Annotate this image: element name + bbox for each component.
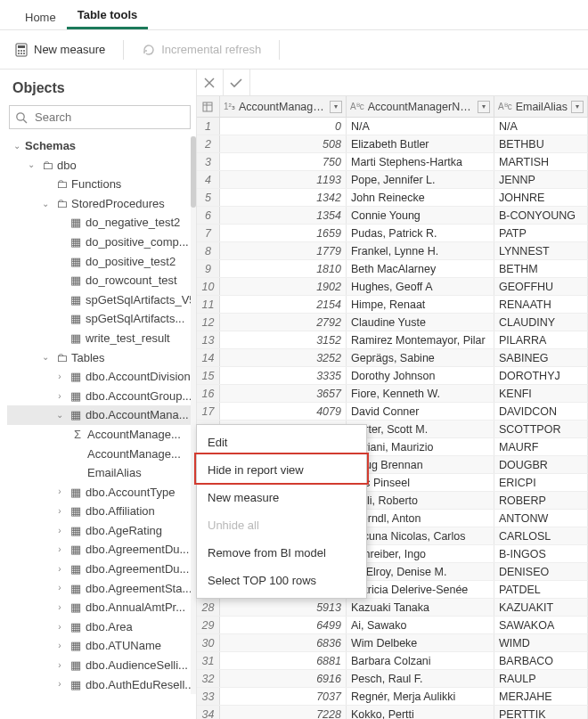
cell-name[interactable]: Frankel, Lynne H. bbox=[347, 242, 494, 259]
cell-id[interactable]: 1659 bbox=[220, 225, 347, 241]
tree-storedprocedures[interactable]: ⌄ 🗀 StoredProcedures bbox=[7, 194, 196, 214]
row-number[interactable]: 2 bbox=[197, 135, 220, 152]
cell-name[interactable]: Wörndl, Anton bbox=[347, 510, 494, 527]
cell-email[interactable]: MERJAHE bbox=[494, 688, 588, 705]
search-input[interactable] bbox=[33, 110, 184, 125]
cell-email[interactable]: ANTONW bbox=[494, 510, 588, 527]
table-row[interactable]: 337037Regnér, Merja AulikkiMERJAHE bbox=[197, 688, 588, 706]
ctx-edit[interactable]: Edit bbox=[197, 429, 366, 456]
cell-name[interactable]: Marti Stephens-Hartka bbox=[347, 153, 494, 170]
cell-email[interactable]: RENAATH bbox=[494, 296, 588, 313]
cell-name[interactable]: Beth MacAlarney bbox=[347, 260, 494, 277]
cell-email[interactable]: SAWAKOA bbox=[494, 617, 588, 633]
row-number[interactable]: 17 bbox=[197, 403, 220, 420]
row-number[interactable]: 29 bbox=[197, 617, 220, 633]
table-row[interactable]: 153335Dorothy JohnsonDOROTHYJ bbox=[197, 367, 588, 385]
cell-email[interactable]: SCOTTPOR bbox=[494, 421, 588, 437]
cell-email[interactable]: B-CONYOUNG bbox=[494, 207, 588, 224]
tree-sp-item[interactable]: ▦do_rowcount_test bbox=[7, 271, 196, 290]
cell-id[interactable]: 1342 bbox=[220, 189, 347, 206]
cell-email[interactable]: ROBERP bbox=[494, 492, 588, 509]
cell-id[interactable]: 1779 bbox=[220, 242, 347, 259]
row-number[interactable]: 10 bbox=[197, 278, 220, 295]
cell-email[interactable]: N/A bbox=[494, 118, 588, 135]
cell-name[interactable]: Wim Delbeke bbox=[347, 634, 494, 651]
table-row[interactable]: 112154Himpe, RenaatRENAATH bbox=[197, 296, 588, 314]
cell-id[interactable]: 6881 bbox=[220, 652, 347, 669]
cell-id[interactable]: 5913 bbox=[220, 599, 347, 616]
row-number[interactable]: 4 bbox=[197, 171, 220, 188]
corner-cell[interactable] bbox=[197, 96, 220, 117]
tree-table-item[interactable]: ›▦dbo.AuthEduResell... bbox=[7, 675, 196, 695]
cell-email[interactable]: GEOFFHU bbox=[494, 278, 588, 295]
table-row[interactable]: 285913Kazuaki TanakaKAZUAKIT bbox=[197, 599, 588, 617]
ctx-select-top-100[interactable]: Select TOP 100 rows bbox=[197, 567, 366, 594]
cell-name[interactable]: Himpe, Renaat bbox=[347, 296, 494, 313]
cell-name[interactable]: Ai, Sawako bbox=[347, 617, 494, 633]
header-account-manager-id[interactable]: 1²₃ AccountManagerId ▾ bbox=[220, 96, 347, 117]
cell-id[interactable]: 1810 bbox=[220, 260, 347, 277]
row-number[interactable]: 11 bbox=[197, 296, 220, 313]
cell-name[interactable]: Fiore, Kenneth W. bbox=[347, 385, 494, 402]
ctx-hide-in-report-view[interactable]: Hide in report view bbox=[197, 456, 366, 484]
cell-id[interactable]: 3152 bbox=[220, 331, 347, 348]
cell-email[interactable]: DOUGBR bbox=[494, 456, 588, 473]
row-number[interactable]: 5 bbox=[197, 189, 220, 206]
cell-name[interactable]: Claudine Yuste bbox=[347, 314, 494, 331]
table-row[interactable]: 61354Connie YoungB-CONYOUNG bbox=[197, 207, 588, 225]
table-row[interactable]: 174079David ConnerDAVIDCON bbox=[197, 403, 588, 421]
cell-id[interactable]: 7228 bbox=[220, 706, 347, 719]
filter-dropdown-button[interactable]: ▾ bbox=[571, 101, 584, 113]
cell-name[interactable]: John Reinecke bbox=[347, 189, 494, 206]
table-row[interactable]: 41193Pope, Jennifer L.JENNP bbox=[197, 171, 588, 189]
tree-column-item[interactable]: ΣAccountManage... bbox=[7, 425, 196, 445]
row-number[interactable]: 16 bbox=[197, 385, 220, 402]
tree-sp-item[interactable]: ▦do_negative_test2 bbox=[7, 213, 196, 233]
table-row[interactable]: 51342John ReineckeJOHNRE bbox=[197, 189, 588, 207]
table-row[interactable]: 2508Elizabeth ButlerBETHBU bbox=[197, 135, 588, 153]
tree-sp-item[interactable]: ▦spGetSqlArtifacts... bbox=[7, 309, 196, 329]
row-number[interactable]: 30 bbox=[197, 634, 220, 651]
cell-id[interactable]: 4079 bbox=[220, 403, 347, 420]
tree-tables[interactable]: ⌄ 🗀 Tables bbox=[7, 348, 196, 368]
cell-name[interactable]: Pope, Jennifer L. bbox=[347, 171, 494, 188]
cell-email[interactable]: SABINEG bbox=[494, 349, 588, 366]
cell-name[interactable]: Hughes, Geoff A bbox=[347, 278, 494, 295]
cell-name[interactable]: Foriani, Maurizio bbox=[347, 438, 494, 455]
cell-email[interactable]: WIMD bbox=[494, 634, 588, 651]
tree-table-item[interactable]: ›▦dbo.AgreementDu... bbox=[7, 560, 196, 579]
cell-email[interactable]: ERICPI bbox=[494, 474, 588, 491]
cell-email[interactable]: BETHM bbox=[494, 260, 588, 277]
filter-dropdown-button[interactable]: ▾ bbox=[478, 101, 490, 113]
cell-name[interactable]: Ramirez Montemayor, Pilar bbox=[347, 331, 494, 348]
cell-email[interactable]: MAURF bbox=[494, 438, 588, 455]
cell-email[interactable]: B-INGOS bbox=[494, 545, 588, 562]
tree-table-item[interactable]: ›▦dbo.AudienceSelli... bbox=[7, 656, 196, 675]
tree-table-item[interactable]: ›▦dbo.AccountGroup... bbox=[7, 387, 196, 406]
header-email-alias[interactable]: Aᴮc EmailAlias ▾ bbox=[494, 96, 588, 117]
cell-name[interactable]: Polli, Roberto bbox=[347, 492, 494, 509]
cell-name[interactable]: Dorothy Johnson bbox=[347, 367, 494, 384]
cell-name[interactable]: Barbara Colzani bbox=[347, 652, 494, 669]
tab-table-tools[interactable]: Table tools bbox=[67, 1, 149, 29]
cell-id[interactable]: 2154 bbox=[220, 296, 347, 313]
cell-name[interactable]: Elizabeth Butler bbox=[347, 135, 494, 152]
tree-schemas[interactable]: ⌄ Schemas bbox=[7, 136, 196, 156]
table-row[interactable]: 143252Geprägs, SabineSABINEG bbox=[197, 349, 588, 367]
cell-name[interactable]: N/A bbox=[347, 118, 494, 135]
header-account-manager-name[interactable]: Aᴮc AccountManagerName ▾ bbox=[347, 96, 494, 117]
cell-email[interactable]: PERTTIK bbox=[494, 706, 588, 719]
cell-name[interactable]: Pesch, Raul F. bbox=[347, 670, 494, 687]
cell-name[interactable]: Doug Brennan bbox=[347, 456, 494, 473]
cell-name[interactable]: Eric Pinseel bbox=[347, 474, 494, 491]
row-number[interactable]: 13 bbox=[197, 331, 220, 348]
cell-id[interactable]: 6916 bbox=[220, 670, 347, 687]
row-number[interactable]: 32 bbox=[197, 670, 220, 687]
cell-email[interactable]: MARTISH bbox=[494, 153, 588, 170]
table-row[interactable]: 81779Frankel, Lynne H.LYNNEST bbox=[197, 242, 588, 260]
tree-table-accountmanager[interactable]: ⌄▦dbo.AccountMana... bbox=[7, 405, 196, 425]
cell-email[interactable]: CLAUDINY bbox=[494, 314, 588, 331]
table-row[interactable]: 306836Wim DelbekeWIMD bbox=[197, 634, 588, 652]
cell-id[interactable]: 750 bbox=[220, 153, 347, 170]
cell-name[interactable]: Patricia Delerive-Senée bbox=[347, 581, 494, 598]
